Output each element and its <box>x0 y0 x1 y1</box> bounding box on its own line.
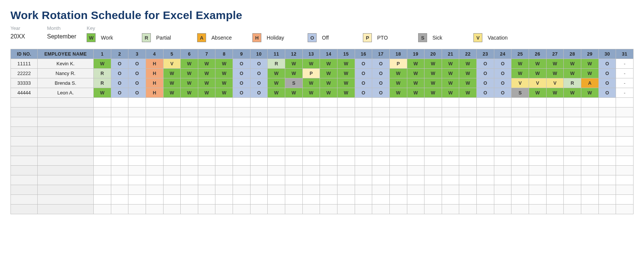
day-cell[interactable]: W <box>389 78 407 88</box>
day-cell[interactable] <box>407 175 424 185</box>
day-cell[interactable] <box>407 127 424 137</box>
day-cell[interactable]: O <box>128 59 146 69</box>
day-cell[interactable] <box>320 137 337 146</box>
day-cell[interactable] <box>564 107 581 117</box>
day-cell[interactable] <box>198 127 215 137</box>
day-cell[interactable]: W <box>442 69 459 78</box>
day-cell[interactable]: H <box>146 88 163 98</box>
day-cell[interactable] <box>494 156 511 166</box>
day-cell[interactable] <box>407 117 424 127</box>
day-cell[interactable] <box>372 146 390 156</box>
day-cell[interactable] <box>598 185 616 195</box>
day-cell[interactable] <box>511 107 529 117</box>
day-cell[interactable] <box>181 166 198 175</box>
day-cell[interactable]: O <box>233 78 251 88</box>
day-cell[interactable]: O <box>477 78 494 88</box>
day-cell[interactable]: W <box>389 88 407 98</box>
day-cell[interactable] <box>94 175 111 185</box>
day-cell[interactable]: O <box>477 59 494 69</box>
day-cell[interactable] <box>407 185 424 195</box>
day-cell[interactable] <box>233 205 251 214</box>
day-cell[interactable] <box>389 166 407 175</box>
day-cell[interactable] <box>529 195 547 205</box>
day-cell[interactable] <box>128 107 146 117</box>
day-cell[interactable] <box>372 195 390 205</box>
day-cell[interactable] <box>598 156 616 166</box>
day-cell[interactable] <box>285 205 303 214</box>
day-cell[interactable] <box>372 98 390 107</box>
day-cell[interactable] <box>250 185 268 195</box>
day-cell[interactable] <box>459 175 477 185</box>
day-cell[interactable] <box>477 107 494 117</box>
day-cell[interactable]: W <box>337 59 355 69</box>
day-cell[interactable] <box>442 137 459 146</box>
day-cell[interactable] <box>268 98 285 107</box>
day-cell[interactable]: O <box>598 69 616 78</box>
day-cell[interactable] <box>111 175 128 185</box>
day-cell[interactable]: O <box>598 88 616 98</box>
day-cell[interactable]: W <box>407 59 424 69</box>
day-cell[interactable] <box>442 175 459 185</box>
day-cell[interactable] <box>163 156 181 166</box>
day-cell[interactable] <box>564 175 581 185</box>
day-cell[interactable] <box>198 156 215 166</box>
day-cell[interactable] <box>494 166 511 175</box>
day-cell[interactable]: O <box>233 69 251 78</box>
day-cell[interactable] <box>215 156 233 166</box>
day-cell[interactable] <box>546 205 564 214</box>
day-cell[interactable]: O <box>598 59 616 69</box>
day-cell[interactable] <box>546 195 564 205</box>
day-cell[interactable]: W <box>546 88 564 98</box>
day-cell[interactable] <box>355 98 372 107</box>
day-cell[interactable] <box>511 127 529 137</box>
day-cell[interactable] <box>337 166 355 175</box>
day-cell[interactable] <box>477 137 494 146</box>
day-cell[interactable] <box>564 137 581 146</box>
day-cell[interactable] <box>372 166 390 175</box>
day-cell[interactable] <box>616 137 634 146</box>
day-cell[interactable] <box>459 166 477 175</box>
day-cell[interactable] <box>233 195 251 205</box>
day-cell[interactable] <box>320 98 337 107</box>
day-cell[interactable] <box>94 185 111 195</box>
day-cell[interactable]: O <box>250 59 268 69</box>
day-cell[interactable]: O <box>477 88 494 98</box>
day-cell[interactable] <box>94 137 111 146</box>
day-cell[interactable] <box>407 146 424 156</box>
day-cell[interactable] <box>215 117 233 127</box>
day-cell[interactable]: V <box>546 78 564 88</box>
day-cell[interactable] <box>581 175 598 185</box>
day-cell[interactable] <box>181 117 198 127</box>
day-cell[interactable] <box>198 195 215 205</box>
day-cell[interactable]: W <box>581 88 598 98</box>
day-cell[interactable] <box>128 127 146 137</box>
day-cell[interactable]: O <box>355 59 372 69</box>
day-cell[interactable] <box>285 195 303 205</box>
day-cell[interactable] <box>302 117 320 127</box>
day-cell[interactable]: W <box>442 78 459 88</box>
day-cell[interactable] <box>163 98 181 107</box>
day-cell[interactable] <box>233 175 251 185</box>
day-cell[interactable]: W <box>302 88 320 98</box>
day-cell[interactable] <box>355 146 372 156</box>
day-cell[interactable]: O <box>494 59 511 69</box>
day-cell[interactable]: W <box>442 59 459 69</box>
day-cell[interactable] <box>163 127 181 137</box>
day-cell[interactable] <box>598 146 616 156</box>
day-cell[interactable] <box>616 156 634 166</box>
day-cell[interactable] <box>128 98 146 107</box>
day-cell[interactable] <box>320 127 337 137</box>
day-cell[interactable] <box>407 156 424 166</box>
day-cell[interactable] <box>511 137 529 146</box>
day-cell[interactable]: W <box>424 88 442 98</box>
day-cell[interactable] <box>198 117 215 127</box>
day-cell[interactable] <box>111 107 128 117</box>
day-cell[interactable] <box>128 205 146 214</box>
day-cell[interactable] <box>268 146 285 156</box>
day-cell[interactable] <box>146 137 163 146</box>
day-cell[interactable]: R <box>94 69 111 78</box>
day-cell[interactable] <box>111 205 128 214</box>
day-cell[interactable] <box>546 98 564 107</box>
day-cell[interactable]: O <box>250 69 268 78</box>
day-cell[interactable] <box>389 117 407 127</box>
